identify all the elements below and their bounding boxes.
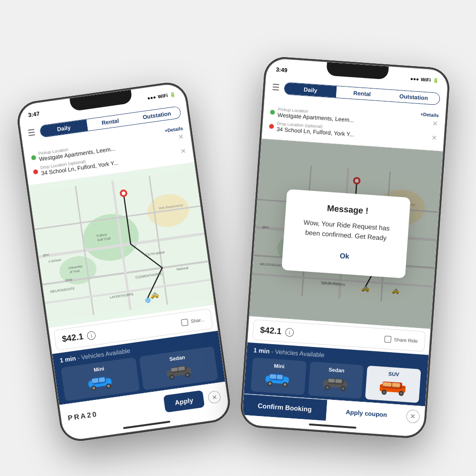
info-icon-right[interactable]: i [285, 327, 294, 337]
pickup-clear-right[interactable]: ✕ [432, 119, 438, 128]
price-right: $42.1 [260, 325, 282, 337]
svg-rect-85 [328, 378, 335, 382]
vehicle-mini-label-right: Mini [257, 362, 301, 370]
svg-rect-78 [277, 375, 283, 379]
modal-message: Wow, Your Ride Request has been confirme… [297, 217, 395, 244]
vehicle-sedan-left[interactable]: Sedan [139, 346, 218, 390]
status-icons-left: ●●● WiFi 🔋 [147, 92, 176, 101]
map-area-right: Fulford Golf Club University of York Yor… [249, 139, 443, 329]
modal-overlay: Message ! Wow, Your Ride Request has bee… [249, 139, 443, 329]
modal-title: Message ! [299, 201, 397, 218]
bottom-close-button[interactable]: ✕ [406, 409, 420, 424]
vehicle-mini-right[interactable]: Mini [250, 357, 306, 395]
tab-rental-left[interactable]: Rental [86, 113, 134, 130]
pickup-dot-right [270, 109, 275, 115]
vehicle-sedan-label-right: Sedan [314, 366, 358, 374]
vehicle-sedan-right[interactable]: Sedan [308, 361, 364, 399]
modal-box: Message ! Wow, Your Ride Request has bee… [281, 189, 410, 278]
coupon-close-left[interactable]: ✕ [208, 390, 221, 404]
share-label-left: Shar... [190, 317, 205, 324]
share-checkbox-right[interactable] [384, 336, 391, 343]
pickup-clear-left[interactable]: ✕ [178, 133, 185, 141]
tab-daily-right[interactable]: Daily [284, 82, 337, 98]
coupon-input-left[interactable]: PRA20 [67, 401, 160, 422]
apply-button-left[interactable]: Apply [163, 390, 205, 413]
time-right: 3:49 [276, 66, 288, 73]
home-bar-right [309, 424, 357, 429]
vehicle-mini-left[interactable]: Mini [61, 357, 140, 401]
home-bar-left [123, 421, 170, 429]
vehicle-suv-label-right: SUV [372, 370, 416, 378]
time-left: 3:47 [28, 110, 40, 118]
drop-dot-right [269, 124, 274, 129]
svg-rect-34 [92, 378, 99, 383]
share-ride-right: Share Ride [384, 336, 418, 345]
status-icons-right: ●●● WiFi 🔋 [410, 76, 439, 83]
hamburger-icon-right[interactable]: ☰ [271, 82, 279, 93]
svg-rect-35 [99, 377, 105, 383]
svg-rect-86 [335, 379, 342, 383]
hamburger-icon-left[interactable]: ☰ [27, 127, 36, 139]
tab-outstation-left[interactable]: Outstation [133, 107, 181, 124]
phone-right: 3:49 ●●● WiFi 🔋 ☰ Daily Renta [239, 56, 450, 439]
share-checkbox-left[interactable] [181, 318, 188, 326]
share-ride-left: Shar... [181, 316, 205, 326]
drop-clear-left[interactable]: ✕ [180, 147, 187, 156]
drop-clear-right[interactable]: ✕ [431, 134, 437, 142]
phone-left: 3:47 ●●● WiFi 🔋 ☰ Daily Renta [15, 80, 233, 443]
scene: 3:47 ●●● WiFi 🔋 ☰ Daily Renta [24, 24, 452, 452]
tab-daily-left[interactable]: Daily [40, 119, 88, 137]
tab-rental-right[interactable]: Rental [336, 86, 388, 101]
map-area-left: Fulford Golf Club University of York Yor… [29, 162, 215, 328]
info-icon-left[interactable]: i [87, 330, 96, 340]
drop-dot-left [33, 169, 38, 174]
pickup-dot-left [31, 155, 36, 160]
price-left: $42.1 [61, 331, 84, 344]
modal-ok-button[interactable]: Ok [296, 246, 394, 266]
share-label-right: Share Ride [394, 337, 418, 344]
svg-rect-77 [270, 374, 277, 379]
vehicle-suv-right[interactable]: SUV [365, 366, 421, 403]
tab-outstation-right[interactable]: Outstation [387, 90, 440, 105]
